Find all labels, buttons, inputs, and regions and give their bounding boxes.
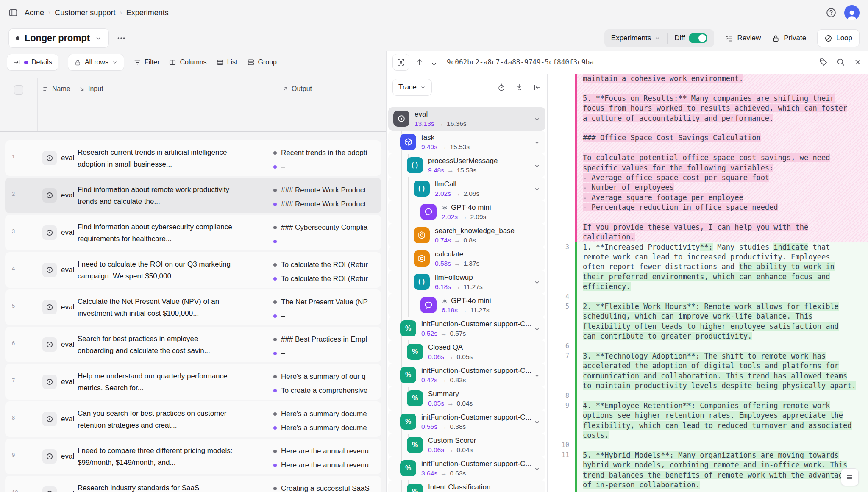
table-row[interactable]: 2evalFind information about remote work … [5, 178, 381, 213]
output-text: ### Remote Work Product [281, 200, 366, 208]
review-button[interactable]: Review [725, 34, 761, 42]
diff-removed-line: If you provide these values, I can help … [548, 222, 868, 232]
arrow-right-icon: → [451, 283, 464, 290]
trace-tree-node[interactable]: calculate0.53s→1.37s [388, 247, 545, 270]
duration-base: 0.55s [421, 423, 437, 430]
trace-tree-node[interactable]: ()processUserMessage9.48s→15.53s [388, 154, 545, 177]
experiments-view-selector[interactable]: Experiments [604, 29, 667, 47]
trace-tree-node[interactable]: task9.49s→15.53s [388, 131, 545, 154]
diff-line-text: focus from hours worked to results achie… [575, 103, 868, 113]
chevron-down-icon[interactable] [534, 419, 540, 425]
rows-filter-button[interactable]: All rows [68, 54, 124, 71]
row-number: 1 [12, 153, 15, 160]
diff-line-number: 5 [548, 302, 575, 311]
trace-tree-node[interactable]: %initFunction-Customer support-C...0.52s… [388, 317, 545, 340]
duration-comparison: 2.09s [470, 213, 486, 220]
table-row[interactable]: 1evalResearch current trends in artifici… [5, 140, 381, 176]
experiment-selector-button[interactable]: Longer prompt [8, 28, 109, 48]
trace-tree-node[interactable]: ()llmCall2.02s→2.09s [388, 177, 545, 200]
diff-line-number [548, 133, 575, 143]
trace-tree-node[interactable]: %Intent Classification [388, 480, 545, 492]
trace-view-selector[interactable]: Trace [392, 79, 432, 96]
chevron-down-icon [112, 59, 118, 65]
tag-icon[interactable] [819, 58, 828, 67]
chevron-down-icon[interactable] [534, 162, 540, 169]
avatar[interactable] [844, 5, 860, 20]
trace-tree-node[interactable]: GPT-4o mini6.18s→11.27s [388, 294, 545, 317]
loop-button[interactable]: Loop [817, 29, 860, 47]
duration-comparison: 0.04s [456, 400, 473, 407]
trace-tree-node[interactable]: %initFunction-Customer support-C...0.55s… [388, 410, 545, 434]
trace-tree-node[interactable]: GPT-4o mini2.02s→2.09s [388, 200, 545, 224]
scorer-icon: % [400, 320, 416, 336]
collapse-panel-icon[interactable] [533, 83, 541, 92]
column-header-name[interactable]: Name [42, 85, 70, 93]
details-button[interactable]: Details [7, 54, 58, 71]
filter-button[interactable]: Filter [134, 58, 160, 66]
rows-filter-label: All rows [85, 58, 108, 66]
diff-line-number [548, 173, 575, 183]
chevron-down-icon[interactable] [534, 186, 540, 192]
collapse-all-icon[interactable] [515, 83, 523, 92]
diff-line-number [548, 222, 575, 232]
trace-tree-node[interactable]: %Summary0.05s→0.04s [388, 387, 545, 410]
table-row[interactable]: 6evalSearch for best practices in employ… [5, 327, 381, 362]
checklist-icon [725, 34, 734, 42]
more-options-button[interactable] [117, 33, 126, 43]
breadcrumb-item[interactable]: Experiments [126, 8, 169, 17]
breadcrumb-item[interactable]: Customer support [55, 8, 115, 17]
column-header-output[interactable]: Output [282, 85, 312, 93]
group-button[interactable]: Group [247, 58, 277, 66]
next-row-button[interactable] [430, 58, 438, 67]
table-row[interactable]: 3evalFind information about cybersecurit… [5, 215, 381, 250]
trace-tree-node[interactable]: %initFunction-Customer support-C...0.42s… [388, 364, 545, 387]
list-button[interactable]: List [216, 58, 238, 66]
trace-tree-node[interactable]: %Custom Scorer0.06s→0.04s [388, 434, 545, 457]
help-icon[interactable] [826, 7, 837, 18]
span-durations: 0.55s→0.38s [421, 423, 466, 431]
columns-button[interactable]: Columns [169, 58, 206, 66]
breadcrumb-item[interactable]: Acme [25, 8, 44, 17]
span-name: Custom Scorer [428, 436, 476, 445]
chevron-down-icon[interactable] [534, 372, 540, 379]
raw-view-button[interactable] [841, 468, 859, 486]
previous-row-button[interactable] [415, 58, 424, 67]
trace-tree-node[interactable]: eval13.13s→16.36s [388, 107, 545, 131]
table-row[interactable]: 8evalCan you search for best practices o… [5, 401, 381, 437]
chevron-down-icon[interactable] [534, 116, 540, 122]
eval-target-icon [42, 449, 57, 464]
tree-guide-line [408, 294, 409, 317]
diff-removed-line [548, 212, 868, 222]
eval-target-icon [42, 263, 57, 277]
trace-tree-node[interactable]: %Closed QA0.06s→0.05s [388, 340, 545, 364]
duration-base: 2.02s [442, 213, 458, 220]
expand-trace-button[interactable] [392, 54, 409, 71]
table-row[interactable]: 5evalCalculate the Net Present Value (NP… [5, 289, 381, 325]
table-row[interactable]: 9evalI need to compare three different p… [5, 439, 381, 474]
chevron-down-icon[interactable] [534, 465, 540, 472]
search-icon[interactable] [836, 58, 845, 67]
chevron-down-icon[interactable] [534, 325, 540, 332]
sidebar-toggle-icon[interactable] [8, 8, 18, 17]
span-name: initFunction-Customer support-C... [421, 460, 531, 468]
close-icon[interactable] [854, 58, 862, 67]
table-row[interactable]: 10evalResearch industry standards for Sa… [5, 476, 381, 492]
openai-logo-icon [442, 298, 448, 304]
chevron-down-icon[interactable] [534, 279, 540, 286]
trace-tree-node[interactable]: ()llmFollowup6.18s→11.27s [388, 270, 545, 294]
chevron-down-icon[interactable] [534, 139, 540, 146]
trace-tree-node[interactable]: %initFunction-Customer support-C...3.64s… [388, 457, 545, 480]
diff-line-text [575, 342, 868, 351]
table-row[interactable]: 4evalI need to calculate the ROI on our … [5, 252, 381, 288]
column-header-input[interactable]: Input [79, 85, 103, 93]
duration-base: 3.64s [421, 470, 437, 477]
private-button[interactable]: Private [772, 34, 806, 42]
diff-toggle[interactable] [689, 33, 707, 43]
diff-line-text: - Average office space cost per square f… [575, 173, 868, 183]
duration-base: 0.52s [421, 330, 437, 337]
timing-icon[interactable] [497, 83, 506, 92]
table-row[interactable]: 7evalHelp me understand our quarterly pe… [5, 364, 381, 400]
select-all-checkbox[interactable] [14, 85, 23, 95]
trace-tree-node[interactable]: search_knowledge_base0.74s→0.8s [388, 224, 545, 247]
diff-line-number [548, 212, 575, 222]
